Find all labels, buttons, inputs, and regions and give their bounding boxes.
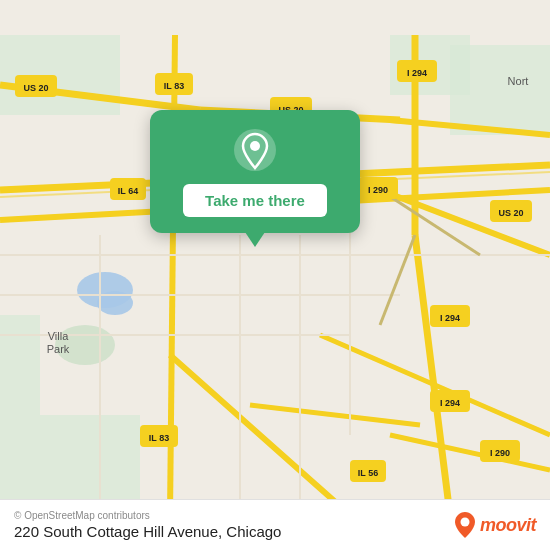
bottom-left-info: © OpenStreetMap contributors 220 South C… bbox=[14, 510, 281, 540]
moovit-wordmark: moovit bbox=[480, 515, 536, 536]
take-me-there-button[interactable]: Take me there bbox=[183, 184, 327, 217]
svg-rect-5 bbox=[0, 315, 40, 415]
svg-text:I 294: I 294 bbox=[440, 313, 460, 323]
map-background: US 20 US 20 IL 83 IL 64 I 290 I 294 I 29… bbox=[0, 0, 550, 550]
svg-text:US 20: US 20 bbox=[23, 83, 48, 93]
svg-text:IL 83: IL 83 bbox=[164, 81, 184, 91]
svg-text:Park: Park bbox=[47, 343, 70, 355]
svg-point-60 bbox=[250, 141, 260, 151]
svg-text:Nort: Nort bbox=[508, 75, 529, 87]
address-text: 220 South Cottage Hill Avenue, Chicago bbox=[14, 523, 281, 540]
moovit-logo: moovit bbox=[454, 511, 536, 539]
popup-card: Take me there bbox=[150, 110, 360, 233]
svg-text:I 294: I 294 bbox=[407, 68, 427, 78]
svg-text:IL 64: IL 64 bbox=[118, 186, 138, 196]
svg-text:I 294: I 294 bbox=[440, 398, 460, 408]
svg-rect-1 bbox=[0, 35, 120, 115]
svg-text:US 20: US 20 bbox=[498, 208, 523, 218]
location-pin-icon bbox=[233, 128, 277, 172]
svg-text:Villa: Villa bbox=[48, 330, 69, 342]
svg-rect-3 bbox=[450, 45, 550, 135]
svg-text:I 290: I 290 bbox=[368, 185, 388, 195]
copyright-text: © OpenStreetMap contributors bbox=[14, 510, 281, 521]
svg-text:IL 83: IL 83 bbox=[149, 433, 169, 443]
bottom-bar: © OpenStreetMap contributors 220 South C… bbox=[0, 499, 550, 550]
map-container: US 20 US 20 IL 83 IL 64 I 290 I 294 I 29… bbox=[0, 0, 550, 550]
svg-text:I 290: I 290 bbox=[490, 448, 510, 458]
svg-text:IL 56: IL 56 bbox=[358, 468, 378, 478]
svg-point-61 bbox=[460, 518, 469, 527]
moovit-pin-icon bbox=[454, 511, 476, 539]
